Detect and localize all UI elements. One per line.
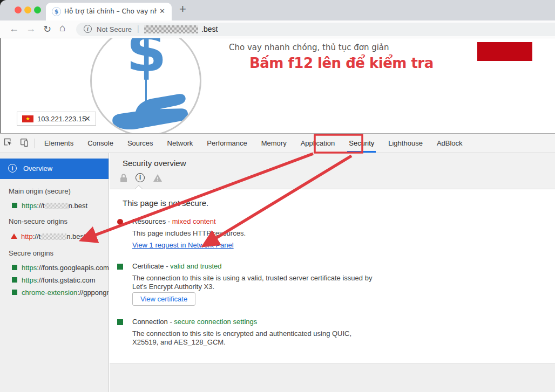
resources-label-text: Resources - <box>132 217 172 225</box>
origin-scheme: https <box>22 202 37 210</box>
device-toolbar-icon[interactable] <box>16 137 32 149</box>
security-main-panel: Security overview i This page is not sec… <box>110 153 555 392</box>
certificate-label-text: Certificate - <box>132 262 170 270</box>
origin-scheme: https <box>22 264 37 272</box>
redacted-origin <box>40 233 66 240</box>
view-request-link[interactable]: View 1 request in Network Panel <box>132 241 234 249</box>
tab-adblock[interactable]: AdBlock <box>430 134 470 153</box>
home-icon[interactable]: ⌂ <box>59 22 65 34</box>
page-tagline: Cho vay nhanh chóng, thủ tục đơn giản <box>229 43 389 52</box>
security-status: This page is not secure. <box>123 198 208 208</box>
secure-square-icon <box>12 290 17 295</box>
url-separator: | <box>137 24 139 33</box>
browser-window: $ Hỗ trợ tài chính – Cho vay nhan ✕ + ← … <box>0 0 555 392</box>
main-origin-header: Main origin (secure) <box>9 187 71 195</box>
tab-performance[interactable]: Performance <box>200 134 254 153</box>
maximize-window-button[interactable] <box>34 6 41 13</box>
info-view-icon[interactable]: i <box>136 173 145 182</box>
url-suffix: .best <box>201 25 218 33</box>
connection-highlight: secure connection settings <box>174 318 257 326</box>
sidebar-item-secure-origin[interactable]: https://fonts.gstatic.com <box>12 276 96 284</box>
view-certificate-button[interactable]: View certificate <box>132 292 195 306</box>
browser-toolbar: ← → ↻ ⌂ i Not Secure | .best <box>0 20 555 38</box>
tab-sources[interactable]: Sources <box>120 134 160 153</box>
site-favicon-icon: $ <box>52 7 61 16</box>
browser-tab[interactable]: $ Hỗ trợ tài chính – Cho vay nhan ✕ <box>46 3 172 20</box>
hand-icon <box>109 85 190 133</box>
origin-text: ://t <box>33 232 40 240</box>
redacted-button[interactable] <box>477 42 532 61</box>
toolbar-divider <box>35 139 35 148</box>
secure-square-icon <box>12 203 17 208</box>
new-tab-button[interactable]: + <box>179 2 186 16</box>
tab-network[interactable]: Network <box>160 134 200 153</box>
close-window-button[interactable] <box>15 6 22 13</box>
connection-label: Connection - secure connection settings <box>132 318 257 326</box>
ip-address-badge: ★ 103.221.223.15 ✕ <box>17 112 96 126</box>
origin-suffix: n.best <box>66 232 85 240</box>
minimize-window-button[interactable] <box>24 6 31 13</box>
tab-application[interactable]: Application <box>294 134 342 153</box>
sidebar-item-overview[interactable]: i Overview <box>0 159 109 179</box>
secure-origins-header: Secure origins <box>9 249 53 257</box>
panel-footer-area <box>110 363 555 392</box>
close-tab-icon[interactable]: ✕ <box>159 7 165 15</box>
origin-text: ://t <box>37 202 44 210</box>
warning-triangle-icon <box>11 233 17 239</box>
origin-suffix: n.best <box>69 202 87 210</box>
site-logo: $ <box>90 38 201 133</box>
security-overview-header: Security overview i <box>110 153 555 189</box>
tab-security[interactable]: Security <box>342 134 381 153</box>
secure-square-icon <box>12 277 17 283</box>
security-overview-title: Security overview <box>123 159 186 168</box>
tab-console[interactable]: Console <box>80 134 120 153</box>
certificate-label: Certificate - valid and trusted <box>132 262 221 270</box>
origin-text: ://fonts.googleapis.com <box>37 264 109 272</box>
selected-view-caret <box>135 185 143 192</box>
close-ip-badge-icon[interactable]: ✕ <box>84 114 91 123</box>
inspect-element-icon[interactable] <box>0 137 16 149</box>
origin-scheme: http <box>21 232 33 240</box>
devtools-tabbar: Elements Console Sources Network Perform… <box>0 134 555 153</box>
ip-address: 103.221.223.15 <box>37 115 86 123</box>
dollar-sign: $ <box>110 38 183 84</box>
origin-scheme: chrome-extension <box>22 288 77 297</box>
reload-icon[interactable]: ↻ <box>43 23 51 35</box>
secure-bullet-icon <box>117 319 123 325</box>
certificate-body: The connection to this site is using a v… <box>132 274 382 291</box>
vietnam-flag-icon: ★ <box>22 115 33 122</box>
connection-body: The connection to this site is encrypted… <box>132 329 363 347</box>
tab-title: Hỗ trợ tài chính – Cho vay nhan <box>64 8 157 16</box>
tab-elements[interactable]: Elements <box>37 134 80 153</box>
tab-lighthouse[interactable]: Lighthouse <box>381 134 430 153</box>
info-icon: i <box>8 164 17 173</box>
overview-label: Overview <box>23 164 52 173</box>
connection-label-text: Connection - <box>132 318 174 326</box>
origin-text: ://fonts.gstatic.com <box>37 276 95 284</box>
page-info-icon[interactable]: i <box>84 25 92 33</box>
resources-label: Resources - mixed content <box>132 217 216 225</box>
non-secure-origins-header: Non-secure origins <box>9 217 67 225</box>
devtools-panel: Elements Console Sources Network Perform… <box>0 133 555 392</box>
not-secure-label: Not Secure <box>97 25 132 33</box>
sidebar-item-secure-origin[interactable]: https://fonts.googleapis.com <box>12 264 109 272</box>
back-icon[interactable]: ← <box>9 23 19 35</box>
resources-highlight: mixed content <box>172 217 216 225</box>
resources-body: This page includes HTTP resources. <box>132 229 246 238</box>
tab-strip: $ Hỗ trợ tài chính – Cho vay nhan ✕ + <box>0 0 555 20</box>
address-bar[interactable]: i Not Secure | .best <box>76 23 555 36</box>
warning-view-icon[interactable] <box>153 174 163 182</box>
redacted-url <box>144 25 198 33</box>
secure-bullet-icon <box>117 264 123 270</box>
sidebar-item-main-origin[interactable]: https://tn.best <box>12 202 87 210</box>
redacted-origin <box>45 203 69 209</box>
certificate-highlight: valid and trusted <box>170 262 221 270</box>
origin-scheme: https <box>22 276 37 284</box>
forward-icon[interactable]: → <box>26 23 36 35</box>
page-headline: Bấm f12 lên để kiểm tra <box>249 55 434 71</box>
sidebar-item-secure-origin[interactable]: chrome-extension://gppongmh <box>12 288 109 297</box>
origin-text: ://gppongmh <box>77 288 109 297</box>
sidebar-item-nonsecure-origin[interactable]: http://tn.best <box>11 232 86 240</box>
lock-icon[interactable] <box>119 173 128 183</box>
tab-memory[interactable]: Memory <box>254 134 294 153</box>
